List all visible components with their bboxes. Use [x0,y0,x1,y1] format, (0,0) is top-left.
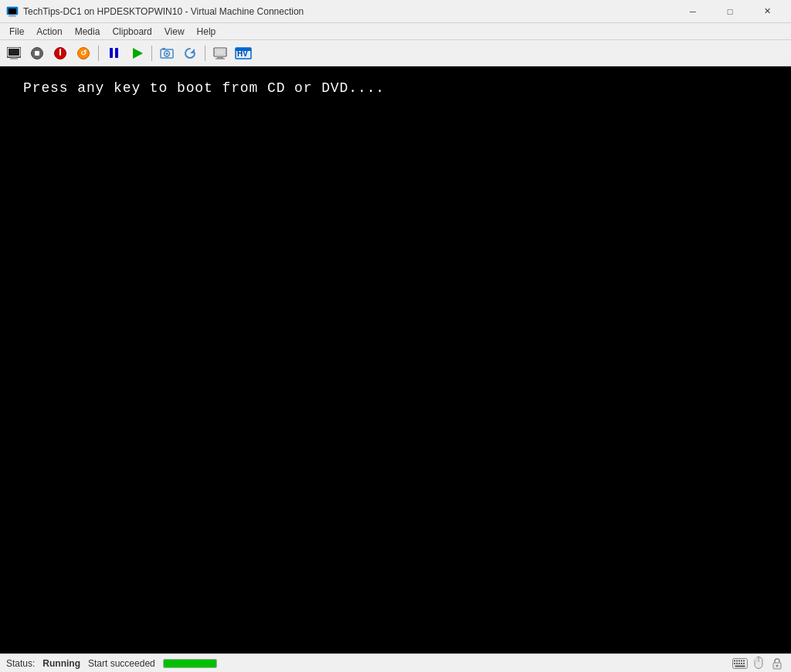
svg-rect-29 [741,663,742,664]
menu-bar: File Action Media Clipboard View Help [0,23,791,40]
vm-boot-text: Press any key to boot from CD or DVD.... [23,80,385,96]
svg-rect-3 [8,15,16,16]
progress-bar [163,659,217,668]
menu-help[interactable]: Help [191,23,222,39]
turn-off-button[interactable] [26,43,48,63]
revert-button[interactable] [179,43,201,63]
svg-rect-5 [8,49,19,56]
maximize-button[interactable]: □ [712,0,748,23]
svg-rect-7 [10,58,18,59]
status-value: Running [42,658,80,669]
status-label: Status: [6,658,35,669]
status-bar: Status: Running Start succeeded [0,653,791,672]
svg-point-36 [776,664,779,667]
hyperv-manager-button[interactable]: HV [233,43,254,63]
settings-button[interactable] [209,43,231,63]
svg-rect-24 [741,660,742,661]
toolbar-separator-3 [205,46,205,61]
svg-rect-31 [735,665,745,667]
resume-button[interactable] [126,43,148,63]
svg-marker-12 [190,49,195,53]
vm-screen[interactable]: Press any key to boot from CD or DVD.... [0,66,791,653]
minimize-button[interactable]: ─ [675,0,711,23]
window-controls: ─ □ ✕ [675,0,785,23]
svg-rect-22 [736,660,738,661]
menu-file[interactable]: File [3,23,30,39]
svg-rect-27 [736,663,738,664]
svg-rect-21 [734,660,735,661]
menu-action[interactable]: Action [30,23,68,39]
svg-rect-30 [743,663,745,664]
svg-rect-14 [216,49,225,55]
fullscreen-button[interactable] [3,43,25,63]
snapshot-button[interactable] [156,43,178,63]
menu-media[interactable]: Media [69,23,107,39]
svg-rect-15 [217,57,223,59]
shutdown-button[interactable] [49,43,71,63]
start-succeeded-label: Start succeeded [88,658,155,669]
status-icons [732,657,785,670]
svg-rect-19 [236,48,251,51]
progress-bar-fill [164,660,216,667]
mouse-icon [751,657,766,670]
title-bar: TechTips-DC1 on HPDESKTOPWIN10 - Virtual… [0,0,791,23]
keyboard-icon [732,657,748,670]
svg-rect-1 [8,8,16,14]
lock-icon [769,657,785,670]
svg-rect-6 [12,57,16,59]
svg-rect-11 [162,48,165,49]
toolbar-separator-1 [98,46,99,61]
svg-rect-16 [216,58,225,59]
svg-rect-34 [755,657,759,662]
close-button[interactable]: ✕ [749,0,785,23]
svg-rect-28 [738,663,740,664]
svg-point-10 [166,53,168,55]
toolbar: ↺ [0,40,791,66]
window-title: TechTips-DC1 on HPDESKTOPWIN10 - Virtual… [23,6,675,17]
svg-rect-26 [734,663,735,664]
toolbar-separator-2 [151,46,152,61]
menu-clipboard[interactable]: Clipboard [106,23,158,39]
reset-button[interactable]: ↺ [73,43,94,63]
app-icon [6,5,19,18]
svg-rect-25 [743,660,745,661]
svg-rect-2 [10,15,15,16]
svg-rect-23 [738,660,740,661]
menu-view[interactable]: View [158,23,191,39]
pause-button[interactable] [103,43,124,63]
